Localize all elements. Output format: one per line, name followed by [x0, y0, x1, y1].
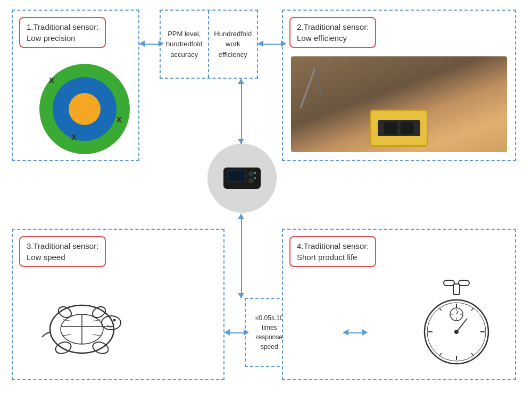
box-bottom-right: 4.Traditional sensor: Short product life — [282, 229, 516, 380]
device-light-2 — [254, 177, 256, 179]
arrow-bl-bc-right — [244, 329, 249, 336]
sw-tick-sm-5 — [439, 353, 442, 356]
stopwatch-svg — [414, 276, 499, 366]
leg-fr — [91, 340, 110, 355]
turtle-illustration — [29, 292, 135, 369]
tc-left-text: PPM level, hundredfold accuracy — [161, 11, 209, 78]
arrow-tc-tr-right — [281, 40, 286, 47]
box-bottom-left: 3.Traditional sensor: Low speed — [12, 229, 225, 380]
photo-bg — [291, 56, 507, 152]
arrow-top-down — [238, 139, 244, 144]
label-bl: 3.Traditional sensor: Low speed — [19, 236, 106, 267]
yellow-device — [370, 110, 428, 147]
turtle-svg — [29, 292, 135, 366]
device-display — [378, 120, 420, 136]
arrow-tl-tc-left — [139, 40, 145, 47]
turtle-eye — [113, 319, 116, 322]
arrow-bottom-up — [238, 214, 244, 219]
arrow-top-center-v — [241, 79, 242, 144]
arrow-bottom-down — [238, 293, 244, 298]
shell-detail-4 — [93, 335, 101, 336]
turtle-tail — [42, 332, 51, 337]
device-svg — [221, 162, 263, 194]
x-mark-1: x — [49, 74, 54, 86]
br-label-text: 4.Traditional sensor: Short product life — [289, 236, 376, 267]
tc-right-text: Hundredfoldwork efficiency — [209, 11, 257, 78]
arrow-tc-tr-left — [258, 40, 263, 47]
arrow-bc-br-left — [343, 329, 348, 336]
label-br: 4.Traditional sensor: Short product life — [289, 236, 376, 267]
tr-label-text: 2.Traditional sensor: Low efficiency — [289, 17, 376, 48]
sw-btn-right — [459, 280, 469, 286]
device-btn-1 — [248, 171, 254, 177]
box-top-center: PPM level, hundredfold accuracy Hundredf… — [160, 10, 258, 79]
x-mark-3: x — [117, 114, 122, 125]
stopwatch-illustration — [414, 276, 499, 369]
box-top-right: 2.Traditional sensor: Low efficiency — [282, 10, 516, 161]
display-screen-1 — [384, 122, 397, 134]
device-light-1 — [254, 172, 256, 174]
arrow-bl-bc-left — [225, 329, 230, 336]
shell-detail-3 — [63, 335, 71, 336]
target-outer-ring: x x x — [39, 64, 130, 154]
target-middle-ring — [53, 77, 117, 141]
target-illustration: x x x — [39, 64, 130, 154]
center-device-circle — [207, 144, 277, 213]
x-mark-2: x — [71, 131, 77, 143]
tl-label-text: 1.Traditional sensor: Low precision — [19, 17, 106, 48]
leg-fl — [54, 340, 72, 355]
cable-1 — [300, 68, 315, 108]
arrow-bc-br-right — [362, 329, 368, 336]
target-inner-ring — [69, 93, 101, 125]
turtle-head — [102, 316, 121, 330]
device-btn-2 — [248, 178, 254, 183]
label-tl: 1.Traditional sensor: Low precision — [19, 17, 106, 48]
label-tr: 2.Traditional sensor: Low efficiency — [289, 17, 376, 48]
sw-tick-sm-3 — [439, 308, 442, 311]
bl-label-text: 3.Traditional sensor: Low speed — [19, 236, 106, 267]
sw-btn-left — [444, 280, 454, 286]
arrow-tl-tc-right — [159, 40, 164, 47]
arrow-top-up — [238, 79, 244, 84]
device-screen-inner — [228, 171, 245, 181]
sw-sub-hand — [456, 311, 458, 314]
device-photo — [291, 56, 507, 152]
arrow-bottom-center-v — [241, 214, 242, 298]
cable-2 — [315, 64, 322, 96]
sw-tick-sm-2 — [471, 308, 473, 311]
sw-stem — [453, 284, 460, 295]
box-top-left: 1.Traditional sensor: Low precision x x … — [12, 10, 139, 161]
sw-tick-sm-4 — [471, 353, 473, 356]
display-screen-2 — [401, 122, 414, 134]
main-container: 1.Traditional sensor: Low precision x x … — [0, 0, 532, 393]
